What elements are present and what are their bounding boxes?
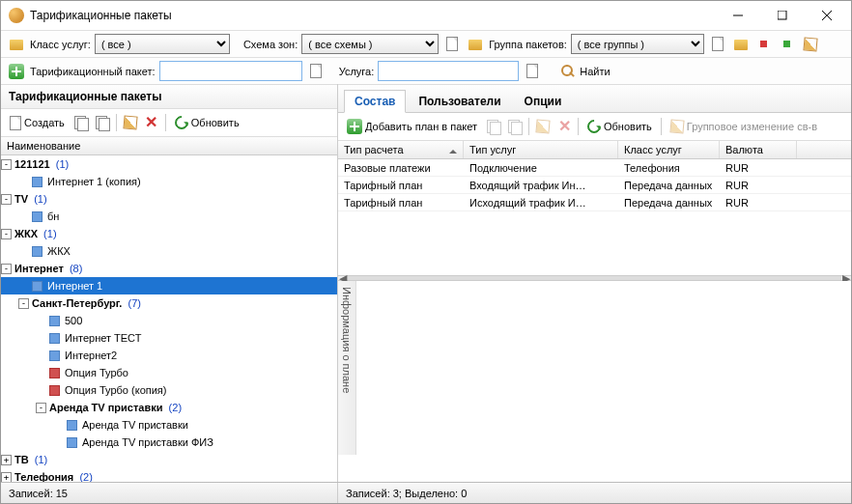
expander-icon[interactable]: - <box>1 194 12 205</box>
node-label: бн <box>47 210 59 222</box>
tree-node[interactable]: Аренда TV приставки ФИЗ <box>1 434 337 451</box>
tree-node[interactable]: Опция Турбо (копия) <box>1 381 337 399</box>
tree-node[interactable]: Опция Турбо <box>1 364 337 381</box>
col-calc-type[interactable]: Тип расчета <box>338 141 464 158</box>
delete-icon: ✕ <box>145 116 157 129</box>
delete-button[interactable]: ✕ <box>142 113 161 132</box>
expander-icon[interactable]: - <box>36 403 46 413</box>
tree-node[interactable]: -TV (1) <box>1 190 337 208</box>
node-icon <box>32 246 43 257</box>
grid-row[interactable]: Разовые платежиПодключениеТелефонияRUR <box>338 159 851 177</box>
zone-folder-icon[interactable] <box>466 35 485 54</box>
sort-asc-icon <box>449 146 457 154</box>
col-currency[interactable]: Валюта <box>720 141 797 158</box>
tree-node[interactable]: -121121 (1) <box>1 155 337 173</box>
edit-button[interactable] <box>121 113 140 132</box>
info-pane: Информация о плане <box>338 281 851 455</box>
close-button[interactable] <box>805 2 849 29</box>
group-folder-icon[interactable] <box>731 35 751 54</box>
zone-scheme-select[interactable]: ( все схемы ) <box>301 34 439 54</box>
tree-node[interactable]: бн <box>1 208 337 225</box>
tree-node[interactable]: Интернет 1 (копия) <box>1 173 337 190</box>
node-label: Интернет ТЕСТ <box>65 332 141 344</box>
maximize-button[interactable] <box>760 2 805 29</box>
grid-row[interactable]: Тарифный планИсходящий трафик И…Передача… <box>338 194 851 211</box>
tree-node[interactable]: 500 <box>1 312 337 329</box>
col-service-class[interactable]: Класс услуг <box>618 141 720 158</box>
tree-node[interactable]: Аренда TV приставки <box>1 416 337 434</box>
paste-button[interactable] <box>93 113 112 132</box>
zone-clear-icon[interactable] <box>442 35 462 54</box>
titlebar: Тарификационные пакеты <box>1 1 851 30</box>
grid-body[interactable]: Разовые платежиПодключениеТелефонияRURТа… <box>338 159 851 275</box>
edit-plan-button[interactable] <box>533 117 553 136</box>
service-class-select[interactable]: ( все ) <box>95 34 230 54</box>
expander-icon[interactable]: - <box>1 159 12 170</box>
find-button[interactable]: Найти <box>555 62 614 81</box>
minimize-button[interactable] <box>716 2 760 29</box>
expander-icon[interactable]: - <box>18 298 29 309</box>
tree-node[interactable]: Интернет 1 <box>1 277 337 294</box>
zone-scheme-label: Схема зон: <box>243 39 298 50</box>
status-right: Записей: 3; Выделено: 0 <box>338 483 851 503</box>
tab-composition[interactable]: Состав <box>344 90 406 113</box>
grid-row[interactable]: Тарифный планВходящий трафик Ин…Передача… <box>338 177 851 194</box>
tabs: Состав Пользователи Опции <box>338 84 851 113</box>
package-group-select[interactable]: ( все группы ) <box>571 34 704 54</box>
expander-icon[interactable]: + <box>1 472 12 483</box>
node-count: (2) <box>162 402 182 413</box>
node-count: (1) <box>50 158 70 170</box>
copy-button[interactable] <box>71 113 91 132</box>
expander-icon[interactable]: - <box>1 264 12 274</box>
tree-node[interactable]: ЖКХ <box>1 242 337 260</box>
expander-icon[interactable]: - <box>1 229 12 239</box>
expander-icon[interactable]: + <box>1 455 12 465</box>
marker-green-icon[interactable] <box>778 35 797 54</box>
add-plan-button[interactable]: Добавить план в пакет <box>342 116 482 137</box>
node-label: Интернет 1 (копия) <box>47 176 141 187</box>
node-label: Интернет2 <box>65 350 117 361</box>
tree-node[interactable]: +ТВ (1) <box>1 451 337 468</box>
right-toolbar: Добавить план в пакет ✕ Обновить Группов… <box>338 113 851 141</box>
filter-icon[interactable] <box>7 35 26 54</box>
refresh-grid-button[interactable]: Обновить <box>582 116 657 137</box>
node-icon <box>49 368 60 378</box>
delete-plan-button[interactable]: ✕ <box>554 117 574 136</box>
tab-options[interactable]: Опции <box>514 90 573 113</box>
node-label: 500 <box>65 315 82 326</box>
tree-node[interactable]: Интернет2 <box>1 347 337 364</box>
node-count: (8) <box>64 263 83 274</box>
tree-node[interactable]: -Аренда TV приставки (2) <box>1 399 337 416</box>
paste-plan-button[interactable] <box>505 117 525 136</box>
add-package-icon[interactable] <box>7 62 26 81</box>
tree-node[interactable]: Интернет ТЕСТ <box>1 329 337 347</box>
left-toolbar: Создать ✕ Обновить <box>1 109 337 137</box>
node-icon <box>49 316 60 326</box>
col-service-type[interactable]: Тип услуг <box>464 141 618 158</box>
status-left: Записей: 15 <box>1 483 338 503</box>
info-pane-content <box>356 281 851 455</box>
marker-red-icon[interactable] <box>754 35 774 54</box>
tree-node[interactable]: -ЖКХ (1) <box>1 225 337 242</box>
service-clear-icon[interactable] <box>523 62 542 81</box>
paste-icon <box>95 115 110 130</box>
package-input[interactable] <box>159 61 302 81</box>
tree-column-header[interactable]: Наименование <box>1 137 337 155</box>
node-label: Опция Турбо <box>65 367 128 378</box>
node-label: ТВ <box>14 454 29 465</box>
tree-node[interactable]: -Интернет (8) <box>1 260 337 277</box>
refresh-button[interactable]: Обновить <box>170 112 244 133</box>
group-edit-button[interactable]: Групповое изменение св-в <box>666 116 822 137</box>
tree-node[interactable]: -Санкт-Петербург. (7) <box>1 294 337 312</box>
node-count: (2) <box>73 471 93 482</box>
create-button[interactable]: Создать <box>5 112 70 133</box>
package-clear-icon[interactable] <box>306 62 326 81</box>
export-icon[interactable] <box>801 35 820 54</box>
package-tree[interactable]: -121121 (1)Интернет 1 (копия)-TV (1)бн-Ж… <box>1 155 337 482</box>
info-pane-label: Информация о плане <box>338 281 356 455</box>
tab-users[interactable]: Пользователи <box>408 90 511 113</box>
tree-node[interactable]: +Телефония (2) <box>1 468 337 482</box>
copy-plan-button[interactable] <box>484 117 503 136</box>
service-input[interactable] <box>378 61 519 81</box>
group-clear-icon[interactable] <box>708 35 727 54</box>
